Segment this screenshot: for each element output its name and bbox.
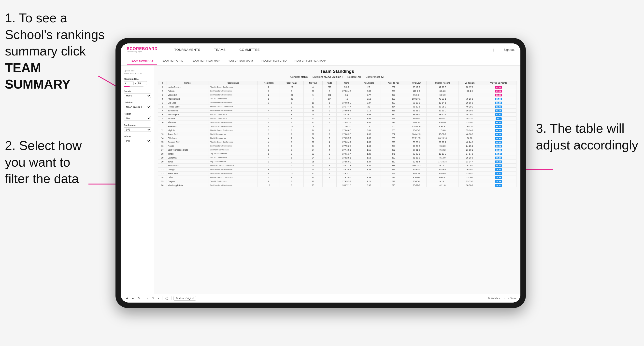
cell-conference: Mountain West Conference — [209, 164, 258, 168]
cell-no-tour: 26 — [304, 140, 322, 144]
cell-conf-rank: 8 — [280, 140, 304, 144]
cell-adj-score: 1.44 — [357, 160, 380, 164]
col-wins[interactable]: Wins — [336, 81, 357, 85]
cell-rnds — [322, 183, 336, 187]
cell-rank: 18 — [158, 152, 167, 156]
col-conference[interactable]: Conference — [209, 81, 258, 85]
cell-avg-to-par: 262 — [380, 85, 406, 89]
filter-min-round-label: Minimum Ro... — [124, 78, 151, 80]
cell-vs-top25: 39-23-1 — [458, 117, 481, 121]
cell-reg-rank: 5 — [258, 175, 280, 179]
toolbar-back-btn[interactable]: ◀ — [125, 296, 129, 301]
col-avg-low[interactable]: Avg Low — [406, 81, 426, 85]
cell-reg-rank: 3 — [258, 128, 280, 132]
col-vs-top25[interactable]: Vs Top 25 — [458, 81, 481, 85]
cell-avg-low: 68-40-1 — [406, 179, 426, 183]
cell-score: 79.88 — [481, 175, 516, 179]
cell-overall: 12-13-0 — [426, 152, 458, 156]
cell-school: Georgia Tech — [166, 140, 209, 144]
nav-teams[interactable]: TEAMS — [212, 47, 228, 52]
cell-score: 80.41 — [481, 128, 516, 132]
view-original-button[interactable]: 👁 View: Original — [174, 296, 196, 301]
toolbar-refresh-btn[interactable]: ↻ — [136, 296, 141, 301]
cell-reg-rank: 2 — [258, 93, 280, 97]
cell-school: Arkansas — [166, 124, 209, 128]
col-reg-rank[interactable]: Reg Rank — [258, 81, 280, 85]
table-area: Team Standings Gender: Men's Division: N… — [154, 65, 520, 294]
tab-team-summary[interactable]: TEAM SUMMARY — [127, 57, 157, 65]
col-vs-top50[interactable]: Vs Top 50 Points — [481, 81, 516, 85]
cell-school: Duke — [166, 175, 209, 179]
cell-conf-rank: 7 — [280, 160, 304, 164]
tab-player-h2h-heatmap[interactable]: PLAYER H2H HEATMAP — [291, 57, 330, 65]
filter-gender-select[interactable]: Men's Women's — [124, 94, 151, 98]
filter-region: Region N/A All — [124, 113, 151, 121]
cell-vs-top25: 79-25-1 — [458, 97, 481, 101]
cell-avg-to-par: 265 — [380, 97, 406, 101]
toolbar-copy-btn[interactable]: ◻ — [150, 296, 155, 301]
nav-tournaments[interactable]: TOURNAMENTS — [172, 47, 202, 52]
cell-adj-score: 0.97 — [357, 183, 380, 187]
cell-avg-to-par: 271 — [380, 179, 406, 183]
cell-school: Auburn — [166, 89, 209, 93]
filter-max-val-input[interactable] — [137, 81, 147, 85]
watch-button[interactable]: 👁 Watch ▾ — [488, 297, 500, 300]
col-no-tour[interactable]: No Tour — [304, 81, 322, 85]
cell-vs-top25: 24-25-2 — [458, 144, 481, 148]
tab-player-summary[interactable]: PLAYER SUMMARY — [224, 57, 257, 65]
filter-min-round-row: – — [124, 81, 151, 85]
filter-school-select[interactable]: (All) — [124, 139, 151, 143]
col-avg-to-par[interactable]: Avg. To Par — [380, 81, 406, 85]
cell-wins: 278.5-0.7 — [336, 160, 357, 164]
nav-committee[interactable]: COMMITTEE — [238, 47, 262, 52]
toolbar-fwd-btn[interactable]: ▶ — [131, 296, 135, 301]
filter-update-time: Update time: 27/03/2024 16:56:26 — [124, 69, 151, 75]
instruction-3-line2: adjust accordingly — [536, 138, 638, 152]
cell-conf-rank: 9 — [280, 132, 304, 136]
table-row: 3 Vanderbilt Southeastern Conference 2 2… — [158, 93, 516, 97]
share-button[interactable]: ↗ Share — [508, 297, 516, 300]
col-rnds[interactable]: Rnds — [322, 81, 336, 85]
cell-reg-rank: 1 — [258, 132, 280, 136]
col-conf-rank[interactable]: Conf Rank — [280, 81, 304, 85]
cell-wins: 279.6-4.2 — [336, 140, 357, 144]
tab-player-h2h-grid[interactable]: PLAYER H2H GRID — [258, 57, 290, 65]
cell-score: 82.21 — [481, 109, 516, 113]
cell-conference: Southeastern Conference — [209, 144, 258, 148]
logo-text: SCOREBOARD — [127, 47, 158, 51]
cell-rnds: 3 — [322, 152, 336, 156]
cell-avg-low: 82-28-18 — [406, 124, 426, 128]
cell-avg-to-par: 267 — [380, 132, 406, 136]
tab-team-h2h-heatmap[interactable]: TEAM H2H HEATMAP — [188, 57, 223, 65]
cell-conf-rank: 8 — [280, 109, 304, 113]
cell-score: 83.49 — [481, 113, 516, 117]
cell-rnds: 1 — [322, 168, 336, 172]
col-rank[interactable]: # — [158, 81, 167, 85]
table-row: 14 Oklahoma Big 12 Conference 4 2 24 2 2… — [158, 136, 516, 140]
cell-avg-to-par: 203 — [380, 93, 406, 97]
filter-conference: Conference (All) — [124, 124, 151, 132]
toolbar-clock-icon[interactable]: ◯ — [164, 296, 169, 301]
sign-out-button[interactable]: Sign out — [504, 48, 514, 51]
toolbar-add-btn[interactable]: + — [157, 296, 160, 301]
cell-adj-score: 2.2 — [357, 105, 380, 109]
cell-school: Illinois — [166, 152, 209, 156]
filter-region-select[interactable]: N/A All — [124, 116, 151, 121]
cell-avg-to-par: 260 — [380, 156, 406, 160]
toolbar-expand-btn[interactable]: □ — [502, 296, 506, 301]
col-overall[interactable]: Overall Record — [426, 81, 458, 85]
cell-conf-rank: 2 — [280, 136, 304, 140]
filter-conference-select[interactable]: (All) — [124, 127, 151, 132]
cell-avg-to-par: 269 — [380, 172, 406, 175]
cell-wins: 278.7-1.8 — [336, 164, 357, 168]
cell-conference: Southeastern Conference — [209, 101, 258, 105]
filter-slider[interactable] — [124, 86, 144, 87]
col-school[interactable]: School — [166, 81, 209, 85]
toolbar-share-icon[interactable]: □ — [145, 296, 149, 301]
cell-score: 80.47 — [481, 136, 516, 140]
tab-team-h2h-grid[interactable]: TEAM H2H GRID — [158, 57, 187, 65]
col-adj-score[interactable]: Adj. Score — [357, 81, 380, 85]
filter-min-val-input[interactable] — [124, 81, 134, 85]
filter-division-select[interactable]: NCAA Division I NCAA Division II NCAA Di… — [124, 105, 151, 109]
cell-conference: Atlantic Coast Conference — [209, 105, 258, 109]
